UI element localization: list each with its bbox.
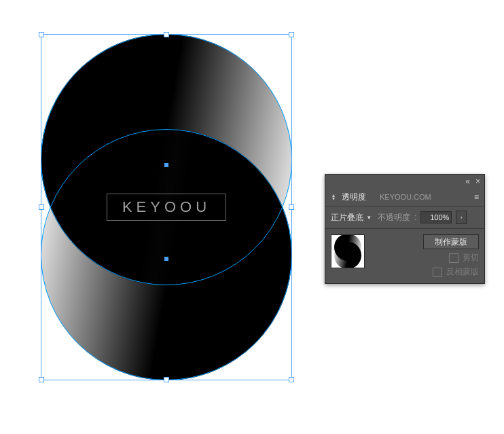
- watermark: KEYOOU: [107, 194, 226, 221]
- tab-secondary[interactable]: KEYOOU.COM: [373, 188, 438, 206]
- invert-mask-option: 反相蒙版: [372, 266, 479, 278]
- panel-menu-icon[interactable]: ≡: [469, 192, 484, 202]
- thumb-circle-bottom: [334, 242, 361, 268]
- panel-top-controls: « ×: [325, 175, 484, 188]
- transparency-panel: « × ▴▾ 透明度 KEYOOU.COM ≡ 正片叠底 ▾ 不透明度 : ›: [325, 174, 485, 284]
- center-point-top[interactable]: [164, 163, 168, 167]
- opacity-label: 不透明度: [378, 212, 410, 223]
- mask-row: 制作蒙版 剪切 反相蒙版: [325, 229, 484, 283]
- close-icon[interactable]: ×: [475, 177, 480, 186]
- object-thumbnail[interactable]: [331, 234, 365, 268]
- make-mask-button[interactable]: 制作蒙版: [423, 234, 479, 249]
- colon: :: [414, 213, 416, 222]
- blend-mode-value: 正片叠底: [331, 212, 363, 223]
- app-stage: KEYOOU « × ▴▾ 透明度 KEYOOU.COM ≡: [0, 0, 504, 434]
- mask-options: 制作蒙版 剪切 反相蒙版: [372, 234, 479, 278]
- invert-mask-checkbox: [433, 268, 442, 277]
- blend-opacity-row: 正片叠底 ▾ 不透明度 : ›: [325, 206, 484, 229]
- tab-secondary-label: KEYOOU.COM: [380, 193, 431, 201]
- clip-label: 剪切: [463, 252, 479, 264]
- tab-transparency[interactable]: ▴▾ 透明度: [325, 188, 373, 206]
- invert-mask-label: 反相蒙版: [446, 266, 479, 278]
- collapse-icon[interactable]: «: [465, 177, 470, 186]
- tab-transparency-label: 透明度: [342, 192, 366, 203]
- opacity-input[interactable]: [420, 211, 452, 223]
- panel-tabs: ▴▾ 透明度 KEYOOU.COM ≡: [325, 188, 484, 206]
- clip-option: 剪切: [372, 252, 479, 264]
- artboard[interactable]: KEYOOU: [41, 34, 292, 380]
- opacity-stepper[interactable]: ›: [456, 211, 467, 224]
- clip-checkbox: [449, 253, 458, 263]
- center-point-bottom[interactable]: [164, 257, 168, 261]
- blend-mode-dropdown[interactable]: 正片叠底 ▾: [331, 211, 371, 224]
- chevron-down-icon: ▾: [367, 214, 371, 221]
- expand-icon: ▴▾: [332, 194, 339, 200]
